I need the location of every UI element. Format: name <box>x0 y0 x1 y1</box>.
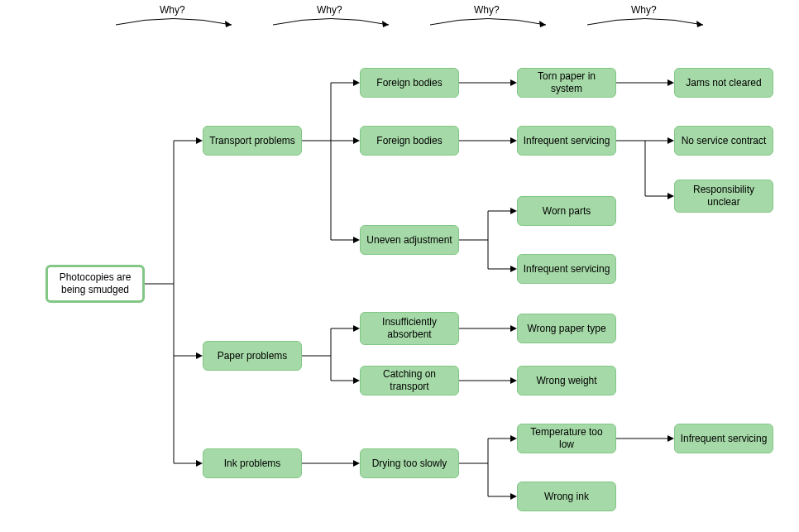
why-arc-1 <box>116 19 232 26</box>
svg-marker-47 <box>510 377 517 384</box>
node-label: Ink problems <box>224 458 281 470</box>
node-uneven-adjustment: Uneven adjustment <box>360 225 459 255</box>
svg-marker-53 <box>510 435 517 442</box>
node-wrong-paper-type: Wrong paper type <box>517 314 616 343</box>
svg-marker-19 <box>353 237 360 243</box>
svg-marker-45 <box>510 325 517 332</box>
svg-marker-15 <box>353 79 360 86</box>
node-label: Foreign bodies <box>376 77 442 89</box>
svg-marker-37 <box>510 266 517 272</box>
svg-marker-35 <box>510 208 517 214</box>
node-insufficiently-absorbent: Insufficiently absorbent <box>360 312 459 345</box>
node-label: Infrequent servicing <box>681 433 768 445</box>
node-worn-parts: Worn parts <box>517 196 616 226</box>
node-label: Wrong paper type <box>527 323 605 335</box>
node-label: Wrong ink <box>544 491 589 503</box>
node-label: Uneven adjustment <box>366 234 452 247</box>
node-transport-problems: Transport problems <box>203 126 302 156</box>
node-root-label: Photocopies are being smudged <box>53 271 137 296</box>
node-label: Worn parts <box>543 205 591 218</box>
node-infrequent-servicing-3: Infrequent servicing <box>674 424 773 453</box>
svg-marker-29 <box>667 137 674 144</box>
node-label: Catching on transport <box>366 368 453 393</box>
svg-marker-7 <box>196 137 203 144</box>
svg-marker-57 <box>667 435 674 442</box>
node-label: Infrequent servicing <box>524 263 610 276</box>
svg-marker-55 <box>510 493 517 500</box>
why-label-3: Why? <box>474 4 500 16</box>
node-responsibility-unclear: Responsibility unclear <box>674 180 773 213</box>
why-label-1: Why? <box>160 4 185 16</box>
why-arc-2 <box>273 19 389 26</box>
node-label: Wrong weight <box>536 375 596 387</box>
svg-marker-23 <box>667 79 674 86</box>
node-label: Infrequent servicing <box>524 135 610 147</box>
node-foreign-bodies-2: Foreign bodies <box>360 126 459 156</box>
node-wrong-weight: Wrong weight <box>517 366 616 395</box>
node-temperature-too-low: Temperature too low <box>517 424 616 453</box>
svg-marker-41 <box>353 325 360 332</box>
node-label: No service contract <box>682 135 767 147</box>
svg-marker-17 <box>353 137 360 144</box>
svg-marker-1 <box>382 21 389 27</box>
node-jams-not-cleared: Jams not cleared <box>674 68 773 98</box>
svg-marker-2 <box>539 21 546 27</box>
node-catching-on-transport: Catching on transport <box>360 366 459 395</box>
node-ink-problems: Ink problems <box>203 448 302 478</box>
svg-marker-0 <box>225 21 232 27</box>
node-label: Drying too slowly <box>372 458 447 470</box>
diagram-stage: Why? Why? Why? Why? Photocopies are bein… <box>0 0 799 532</box>
svg-marker-9 <box>196 352 203 359</box>
why-label-2: Why? <box>317 4 342 16</box>
why-arc-4 <box>587 19 703 26</box>
node-label: Responsibility unclear <box>680 184 768 208</box>
node-label: Transport problems <box>209 135 295 147</box>
why-arc-3 <box>430 19 546 26</box>
node-drying-too-slowly: Drying too slowly <box>360 448 459 478</box>
svg-marker-21 <box>510 79 517 86</box>
node-label: Foreign bodies <box>376 135 442 147</box>
svg-marker-11 <box>196 460 203 467</box>
svg-marker-31 <box>667 193 674 199</box>
node-wrong-ink: Wrong ink <box>517 482 616 511</box>
node-label: Temperature too low <box>523 426 610 451</box>
svg-marker-25 <box>510 137 517 144</box>
node-infrequent-servicing-1: Infrequent servicing <box>517 126 616 156</box>
node-torn-paper: Torn paper in system <box>517 68 616 98</box>
svg-marker-49 <box>353 460 360 467</box>
node-label: Torn paper in system <box>523 70 610 95</box>
why-label-4: Why? <box>631 4 657 16</box>
node-label: Jams not cleared <box>686 77 761 89</box>
node-paper-problems: Paper problems <box>203 341 302 371</box>
node-label: Insufficiently absorbent <box>366 316 453 341</box>
node-root: Photocopies are being smudged <box>45 265 145 303</box>
svg-marker-43 <box>353 377 360 384</box>
node-label: Paper problems <box>218 350 288 362</box>
node-infrequent-servicing-2: Infrequent servicing <box>517 254 616 284</box>
node-foreign-bodies-1: Foreign bodies <box>360 68 459 98</box>
svg-marker-3 <box>696 21 703 27</box>
node-no-service-contract: No service contract <box>674 126 773 156</box>
